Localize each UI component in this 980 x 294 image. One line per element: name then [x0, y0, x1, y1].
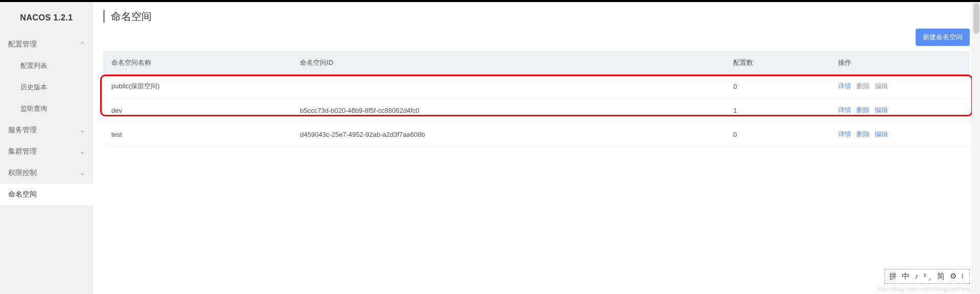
th-count: 配置数: [725, 51, 830, 75]
th-name: 命名空间名称: [103, 51, 292, 75]
main-content: 命名空间 新建命名空间 命名空间名称 命名空间ID 配置数 操作 public(…: [93, 2, 980, 294]
nav-label: 权限控制: [8, 168, 37, 178]
brand-title: NACOS 1.2.1: [0, 2, 93, 34]
cell-count: 1: [725, 99, 830, 122]
sidebar: NACOS 1.2.1 配置管理 ⌃ 配置列表 历史版本 监听查询 服务管理 ⌄…: [0, 2, 93, 294]
page-title: 命名空间: [103, 10, 970, 22]
action-detail[interactable]: 详情: [838, 130, 851, 138]
vertical-scrollbar[interactable]: [972, 2, 980, 294]
cell-id: [292, 75, 725, 99]
nav-item-namespace[interactable]: 命名空间: [0, 184, 93, 205]
action-delete[interactable]: 删除: [856, 130, 870, 138]
cell-actions: 详情删除编辑: [830, 99, 970, 122]
nav-item-auth[interactable]: 权限控制 ⌄: [0, 162, 93, 184]
cell-name: test: [103, 122, 292, 146]
page-title-wrap: 命名空间: [93, 2, 980, 29]
table-row: testd459043c-25e7-4952-92ab-a2d3f7aa608b…: [103, 122, 970, 146]
watermark-text: https://blog.csdn.net/oWangXiaoPeng: [877, 286, 971, 292]
action-delete: 删除: [856, 82, 870, 90]
table-row: devb5ccc73d-b020-46b9-8f5f-cc88062d4fc01…: [103, 99, 970, 122]
chevron-up-icon: ⌃: [80, 41, 85, 48]
table-container: 命名空间名称 命名空间ID 配置数 操作 public(保留空间)0详情删除编辑…: [93, 51, 980, 146]
nav-item-cluster[interactable]: 集群管理 ⌄: [0, 141, 93, 162]
cell-name: public(保留空间): [103, 75, 292, 99]
nav-sub-config-list[interactable]: 配置列表: [0, 55, 93, 77]
nav-sub-listener[interactable]: 监听查询: [0, 98, 93, 119]
nav-label: 配置管理: [8, 40, 37, 49]
nav-label: 服务管理: [8, 126, 37, 135]
cell-id: d459043c-25e7-4952-92ab-a2d3f7aa608b: [292, 122, 725, 146]
action-detail[interactable]: 详情: [838, 82, 851, 90]
scrollbar-thumb[interactable]: [973, 3, 979, 34]
th-id: 命名空间ID: [292, 51, 725, 75]
nav: 配置管理 ⌃ 配置列表 历史版本 监听查询 服务管理 ⌄ 集群管理 ⌄ 权限控制…: [0, 34, 93, 294]
cell-name: dev: [103, 99, 292, 122]
namespace-table: 命名空间名称 命名空间ID 配置数 操作 public(保留空间)0详情删除编辑…: [103, 51, 970, 146]
nav-label: 集群管理: [8, 147, 37, 156]
toolbar: 新建命名空间: [93, 29, 980, 51]
table-body: public(保留空间)0详情删除编辑devb5ccc73d-b020-46b9…: [103, 75, 970, 146]
action-delete[interactable]: 删除: [856, 106, 870, 114]
nav-sub-history[interactable]: 历史版本: [0, 77, 93, 98]
nav-item-service[interactable]: 服务管理 ⌄: [0, 119, 93, 141]
cell-id: b5ccc73d-b020-46b9-8f5f-cc88062d4fc0: [292, 99, 725, 122]
action-edit[interactable]: 编辑: [875, 106, 888, 114]
chevron-down-icon: ⌄: [80, 127, 85, 134]
action-edit: 编辑: [875, 82, 888, 90]
nav-label: 命名空间: [8, 190, 37, 199]
cell-count: 0: [725, 122, 830, 146]
table-row: public(保留空间)0详情删除编辑: [103, 75, 970, 99]
create-namespace-button[interactable]: 新建命名空间: [916, 29, 970, 46]
chevron-down-icon: ⌄: [80, 169, 85, 177]
nav-item-config[interactable]: 配置管理 ⌃: [0, 34, 93, 55]
th-actions: 操作: [830, 51, 970, 75]
chevron-down-icon: ⌄: [80, 148, 85, 155]
cell-actions: 详情删除编辑: [830, 75, 970, 99]
layout: NACOS 1.2.1 配置管理 ⌃ 配置列表 历史版本 监听查询 服务管理 ⌄…: [0, 2, 980, 294]
cell-actions: 详情删除编辑: [830, 122, 970, 146]
cell-count: 0: [725, 75, 830, 99]
action-detail[interactable]: 详情: [838, 106, 851, 114]
table-header-row: 命名空间名称 命名空间ID 配置数 操作: [103, 51, 970, 75]
ime-status-bar[interactable]: 拼 中 ♪ ²ˏ 简 ⚙ ፧: [884, 269, 970, 284]
action-edit[interactable]: 编辑: [875, 130, 888, 138]
